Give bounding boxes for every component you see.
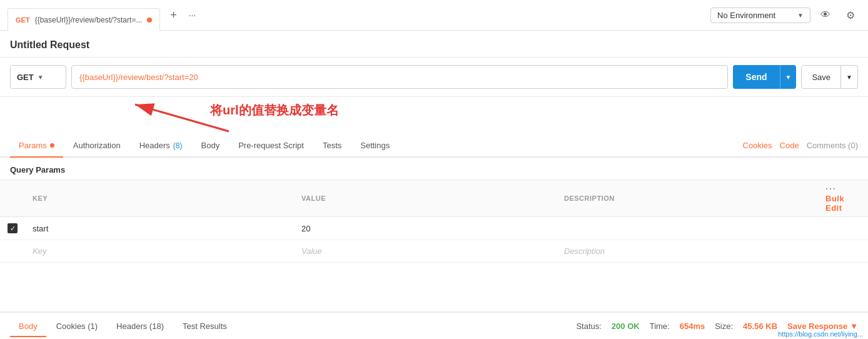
tab-settings[interactable]: Settings [351, 134, 398, 156]
save-button[interactable]: Save [801, 65, 841, 89]
tab-headers[interactable]: Headers (8) [131, 134, 191, 156]
tab-changed-dot [147, 18, 152, 23]
request-title: Untitled Request [10, 39, 89, 50]
code-link[interactable]: Code [780, 141, 799, 150]
query-params-section: Query Params KEY VALUE DESCRIPTION ··· B… [0, 158, 868, 263]
method-text: GET [17, 73, 34, 82]
col-header-description: DESCRIPTION [557, 180, 818, 217]
param-value: 20 [301, 224, 310, 233]
url-annotation: 将url的值替换成变量名 [10, 97, 858, 134]
tab-tests[interactable]: Tests [314, 134, 350, 156]
param-checkbox[interactable] [8, 223, 18, 233]
tab-body[interactable]: Body [193, 134, 229, 156]
eye-icon[interactable]: 👁 [815, 5, 835, 25]
params-table: KEY VALUE DESCRIPTION ··· Bulk Edit star… [0, 180, 868, 263]
bulk-edit-more-btn[interactable]: ··· [825, 184, 837, 194]
send-button[interactable]: Send [733, 65, 779, 89]
tab-method-label: GET [16, 16, 30, 24]
new-description-placeholder[interactable]: Description [564, 246, 605, 256]
comments-link[interactable]: Comments (0) [807, 141, 858, 150]
param-description [557, 217, 818, 240]
environment-label: No Environment [717, 11, 794, 20]
chevron-down-icon: ▼ [797, 12, 804, 19]
bulk-edit-button[interactable]: Bulk Edit [825, 194, 844, 213]
request-title-bar: Untitled Request [0, 31, 868, 58]
save-dropdown-button[interactable]: ▼ [841, 65, 858, 89]
url-input[interactable] [71, 65, 728, 89]
gear-icon[interactable]: ⚙ [840, 5, 860, 25]
cookies-link[interactable]: Cookies [743, 141, 772, 150]
new-key-placeholder[interactable]: Key [33, 246, 46, 256]
method-selector[interactable]: GET ▼ [10, 65, 66, 89]
environment-selector[interactable]: No Environment ▼ [710, 8, 810, 23]
top-bar: GET {{baseUrl}}/review/best/?start=... +… [0, 0, 868, 31]
url-bar: GET ▼ Send ▼ Save ▼ [0, 58, 868, 97]
method-chevron-icon: ▼ [38, 74, 44, 81]
send-button-group: Send ▼ [733, 65, 796, 89]
tab-more-button[interactable]: ··· [183, 6, 201, 24]
send-dropdown-button[interactable]: ▼ [780, 65, 797, 89]
params-dot-indicator [50, 143, 54, 148]
tabs-right-actions: Cookies Code Comments (0) [743, 141, 858, 150]
tab-url-label: {{baseUrl}}/review/best/?start=... [35, 16, 143, 24]
table-row: start 20 [0, 217, 868, 240]
request-tabs: Params Authorization Headers (8) Body Pr… [0, 134, 868, 158]
annotation-text: 将url的值替换成变量名 [210, 102, 339, 119]
query-params-header: Query Params [0, 158, 868, 180]
col-header-value: VALUE [294, 180, 557, 217]
param-key: start [33, 224, 48, 233]
top-bar-right: No Environment ▼ 👁 ⚙ [710, 5, 860, 25]
add-tab-button[interactable]: + [164, 6, 183, 24]
table-row-empty: Key Value Description [0, 240, 868, 263]
tab-pre-request[interactable]: Pre-request Script [230, 134, 313, 156]
col-header-key: KEY [25, 180, 294, 217]
request-tab[interactable]: GET {{baseUrl}}/review/best/?start=... [8, 8, 160, 31]
new-value-placeholder[interactable]: Value [301, 246, 322, 256]
save-button-group: Save ▼ [801, 65, 858, 89]
tab-authorization[interactable]: Authorization [64, 134, 129, 156]
tab-params[interactable]: Params [10, 134, 63, 158]
